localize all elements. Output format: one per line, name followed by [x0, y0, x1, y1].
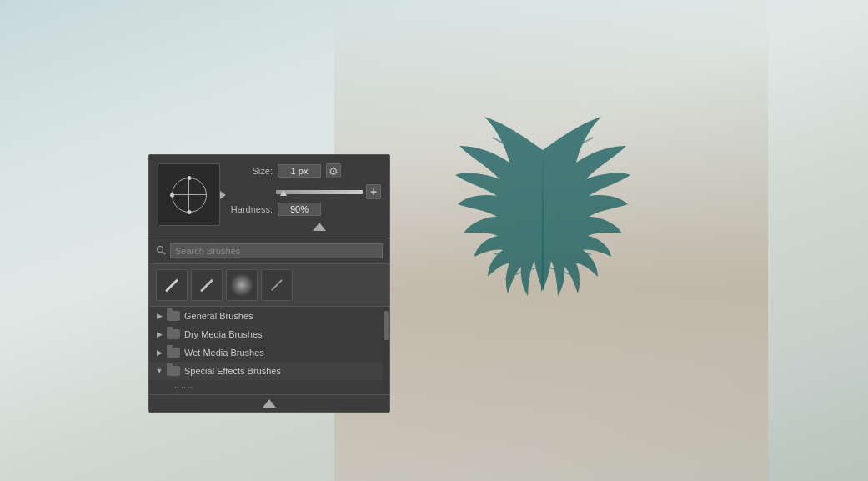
folder-icon-general — [167, 311, 180, 321]
folder-icon-special — [167, 366, 180, 376]
size-label: Size: — [227, 166, 273, 176]
chevron-right-icon: ▶ — [156, 313, 163, 319]
dot-bottom — [187, 210, 191, 214]
folder-name-wet: Wet Media Brushes — [184, 348, 264, 358]
panel-bottom — [149, 394, 389, 412]
panel-top-controls: Size: ⚙ + Hardness: — [149, 155, 389, 238]
svg-line-1 — [163, 252, 165, 254]
brush-thumb-2[interactable] — [191, 269, 223, 301]
hardness-input[interactable] — [278, 203, 321, 216]
folder-icon-dry — [167, 329, 180, 339]
gear-icon: ⚙ — [329, 165, 339, 178]
folder-list[interactable]: ▶ General Brushes ▶ Dry Media Brushes ▶ … — [149, 307, 389, 394]
folder-dry[interactable]: ▶ Dry Media Brushes — [149, 325, 389, 343]
folder-name-special: Special Effects Brushes — [184, 366, 281, 376]
folder-icon-wet — [167, 348, 180, 358]
chevron-right-icon-dry: ▶ — [156, 331, 163, 338]
search-area — [149, 238, 389, 264]
folder-special[interactable]: ▼ Special Effects Brushes — [149, 362, 389, 380]
folder-name-dry: Dry Media Brushes — [184, 329, 263, 339]
controls-area: Size: ⚙ + Hardness: — [227, 163, 381, 231]
wings-tattoo — [451, 100, 635, 333]
folder-wet[interactable]: ▶ Wet Media Brushes — [149, 343, 389, 362]
folder-name-general: General Brushes — [184, 311, 253, 321]
soft-brush-preview — [230, 273, 253, 297]
size-input[interactable] — [278, 164, 321, 178]
arrow-up-area — [227, 223, 381, 231]
search-input[interactable] — [170, 243, 383, 258]
gear-button[interactable]: ⚙ — [326, 163, 341, 178]
brush-thumb-3[interactable] — [226, 269, 258, 301]
size-row: Size: ⚙ — [227, 163, 381, 178]
brush-circle — [172, 178, 207, 213]
hardness-row: Hardness: — [227, 203, 381, 216]
dot-top — [187, 176, 191, 180]
brush-preview — [158, 163, 220, 226]
size-slider-row: + — [227, 184, 381, 199]
hardness-label: Hardness: — [227, 204, 273, 214]
sub-item-dots: ·· ·· ·· — [174, 383, 193, 392]
brush-thumbnails — [149, 264, 389, 307]
arrow-right-icon — [220, 191, 226, 199]
hardness-arrow-icon — [313, 223, 326, 231]
special-sub-item[interactable]: ·· ·· ·· — [149, 380, 389, 394]
dot-left — [170, 193, 174, 197]
brush-thumb-4[interactable] — [261, 269, 293, 301]
add-icon: + — [370, 185, 377, 198]
add-button[interactable]: + — [366, 184, 381, 199]
chevron-right-icon-wet: ▶ — [156, 349, 163, 356]
chevron-down-icon-special: ▼ — [156, 368, 163, 374]
brush-panel: Size: ⚙ + Hardness: — [148, 154, 390, 413]
folder-general[interactable]: ▶ General Brushes — [149, 307, 389, 325]
svg-point-0 — [158, 246, 163, 252]
brush-thumb-1[interactable] — [156, 269, 188, 301]
panel-bottom-arrow-icon[interactable] — [263, 399, 276, 408]
background — [0, 0, 868, 481]
folder-scrollbar[interactable] — [383, 307, 389, 394]
folder-scrollbar-thumb — [384, 311, 389, 340]
size-slider[interactable] — [276, 190, 363, 194]
size-slider-thumb — [280, 190, 287, 196]
search-icon — [156, 245, 166, 258]
